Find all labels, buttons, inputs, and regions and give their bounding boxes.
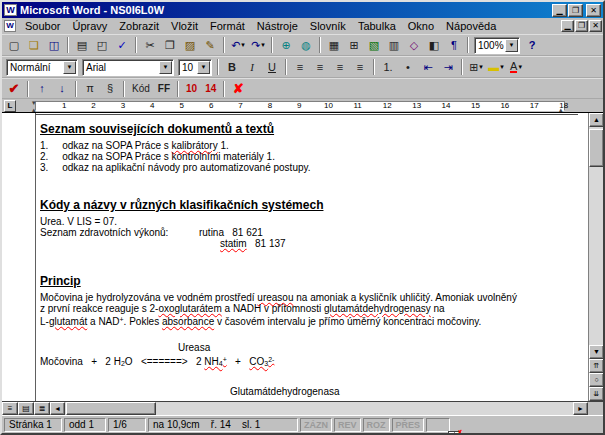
first-line-indent-marker[interactable]: ▾: [32, 99, 36, 106]
dropdown-arrow-icon[interactable]: ▾: [500, 63, 504, 71]
chevron-down-icon[interactable]: ▼: [197, 61, 210, 74]
vertical-scrollbar-thumb[interactable]: [589, 129, 604, 167]
font-size-combo[interactable]: 10 ▼: [178, 59, 212, 76]
menu-item-upravy[interactable]: Úpravy: [66, 19, 113, 33]
document-icon[interactable]: W: [4, 20, 16, 32]
scroll-down-button[interactable]: ▼: [589, 345, 604, 359]
italic-button[interactable]: I: [242, 58, 262, 77]
numbering-button[interactable]: 1.: [378, 58, 398, 77]
status-indicator-roz[interactable]: ROZ: [363, 418, 390, 432]
insert-hyperlink-button[interactable]: ⊕: [276, 36, 296, 55]
vertical-scrollbar[interactable]: ▲ ▼ ⇈ ○ ⇊: [588, 113, 603, 401]
borders-button[interactable]: ⊞▾: [466, 58, 486, 77]
document-area[interactable]: Seznam souvisejících dokumentů a textů1.…: [2, 113, 588, 401]
spelling-grammar-button[interactable]: ✓: [112, 36, 132, 55]
next-page-button[interactable]: ⇊: [589, 387, 604, 401]
menu-item-tabulka[interactable]: Tabulka: [352, 19, 402, 33]
dropdown-arrow-icon[interactable]: ▾: [261, 41, 265, 49]
status-indicator-zazn[interactable]: ZÁZN: [300, 418, 332, 432]
new-document-button[interactable]: ▢: [4, 36, 24, 55]
open-button[interactable]: ❏: [24, 36, 44, 55]
align-center-button[interactable]: ≡: [310, 58, 330, 77]
macro-kod-button[interactable]: Kód: [128, 79, 154, 98]
align-left-button[interactable]: ≡: [290, 58, 310, 77]
document-map-button[interactable]: ◧: [424, 36, 444, 55]
menu-item-format[interactable]: Formát: [204, 19, 251, 33]
macro-check-button[interactable]: ✔: [4, 79, 24, 98]
menu-item-slovnik[interactable]: Slovník: [304, 19, 352, 33]
scroll-left-button[interactable]: ◄: [50, 402, 65, 415]
zoom-combo[interactable]: 100% ▼: [474, 37, 520, 54]
style-combo[interactable]: Normální ▼: [6, 59, 78, 76]
web-toolbar-button[interactable]: ◍: [296, 36, 316, 55]
insert-excel-button[interactable]: ▧: [364, 36, 384, 55]
font-combo[interactable]: Arial ▼: [82, 59, 174, 76]
previous-page-button[interactable]: ⇈: [589, 359, 604, 373]
highlight-button[interactable]: ▬▾: [486, 58, 506, 77]
insert-table-button[interactable]: ⊞: [344, 36, 364, 55]
chevron-down-icon[interactable]: ▼: [63, 61, 76, 74]
spelling-status-indicator[interactable]: ✗: [426, 418, 450, 432]
right-indent-marker[interactable]: ▴: [559, 106, 563, 113]
undo-button[interactable]: ↶▾: [228, 36, 248, 55]
copy-button[interactable]: ❐: [160, 36, 180, 55]
menu-item-soubor[interactable]: Soubor: [19, 19, 66, 33]
align-right-button[interactable]: ≡: [330, 58, 350, 77]
bullets-button[interactable]: •: [398, 58, 418, 77]
macro-section-button[interactable]: §: [100, 79, 120, 98]
menu-item-okno[interactable]: Okno: [402, 19, 440, 33]
dropdown-arrow-icon[interactable]: ▾: [518, 63, 522, 71]
doc-restore-button[interactable]: ❐: [575, 20, 588, 32]
macro-14-button[interactable]: 14: [201, 79, 220, 98]
tables-and-borders-button[interactable]: ▦: [324, 36, 344, 55]
horizontal-scrollbar-thumb[interactable]: [66, 402, 156, 415]
macro-ff-button[interactable]: FF: [154, 79, 174, 98]
select-browse-object-button[interactable]: ○: [589, 373, 604, 387]
cut-button[interactable]: ✂: [140, 36, 160, 55]
format-painter-button[interactable]: ✎: [200, 36, 220, 55]
paste-button[interactable]: ▨: [180, 36, 200, 55]
scroll-up-button[interactable]: ▲: [589, 113, 604, 127]
decrease-indent-button[interactable]: ⇤: [418, 58, 438, 77]
restore-button[interactable]: ❐: [568, 4, 583, 17]
save-button[interactable]: ◫: [44, 36, 64, 55]
minimize-button[interactable]: ▁: [552, 4, 567, 17]
macro-close-button[interactable]: ✘: [228, 79, 248, 98]
menu-item-napoveda[interactable]: Nápověda: [440, 19, 502, 33]
dropdown-arrow-icon[interactable]: ▾: [479, 63, 483, 71]
menu-item-nastroje[interactable]: Nástroje: [251, 19, 304, 33]
print-preview-button[interactable]: ◰: [92, 36, 112, 55]
doc-close-button[interactable]: ✕: [589, 20, 602, 32]
status-indicator-pres[interactable]: PŘES: [392, 418, 425, 432]
title-bar[interactable]: W Microsoft Word - NS0I6L0W ▁ ❐ ✕: [2, 2, 603, 18]
status-indicator-rev[interactable]: REV: [334, 418, 361, 432]
bold-button[interactable]: B: [222, 58, 242, 77]
normal-view-button[interactable]: ≡: [2, 402, 18, 415]
horizontal-scrollbar-track[interactable]: [65, 402, 573, 415]
vertical-scrollbar-track[interactable]: [589, 127, 603, 345]
tab-type-selector[interactable]: L: [4, 100, 16, 112]
underline-button[interactable]: U: [262, 58, 282, 77]
hanging-indent-marker[interactable]: ▴: [32, 106, 36, 113]
help-button[interactable]: ?: [522, 36, 542, 55]
columns-button[interactable]: ▥: [384, 36, 404, 55]
doc-minimize-button[interactable]: ▁: [561, 20, 574, 32]
close-button[interactable]: ✕: [586, 4, 601, 17]
show-hide-paragraph-button[interactable]: ¶: [444, 36, 464, 55]
drawing-button[interactable]: ◇: [404, 36, 424, 55]
menu-item-vlozit[interactable]: Vložit: [165, 19, 204, 33]
increase-indent-button[interactable]: ⇥: [438, 58, 458, 77]
page-layout-view-button[interactable]: ▤: [18, 402, 34, 415]
macro-down-button[interactable]: ↓: [52, 79, 72, 98]
justify-button[interactable]: ≡: [350, 58, 370, 77]
chevron-down-icon[interactable]: ▼: [505, 39, 518, 52]
scroll-right-button[interactable]: ►: [573, 402, 588, 415]
dropdown-arrow-icon[interactable]: ▾: [241, 41, 245, 49]
print-button[interactable]: ▤: [72, 36, 92, 55]
menu-item-zobrazit[interactable]: Zobrazit: [113, 19, 165, 33]
horizontal-scrollbar[interactable]: ≡ ▤ ≣ ◄ ►: [2, 401, 603, 415]
redo-button[interactable]: ↷▾: [248, 36, 268, 55]
outline-view-button[interactable]: ≣: [34, 402, 50, 415]
font-color-button[interactable]: A▾: [506, 58, 526, 77]
macro-pi-button[interactable]: π: [80, 79, 100, 98]
